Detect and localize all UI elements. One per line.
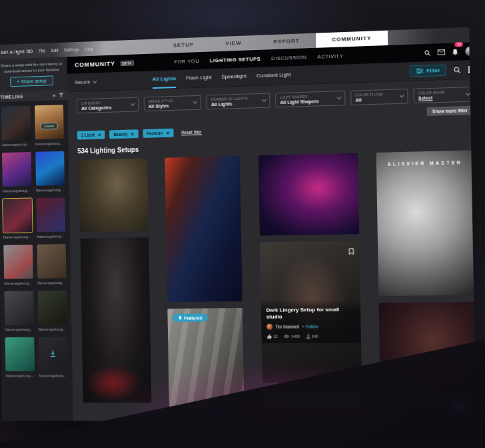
setup-card-master[interactable]: ELIXXIER MASTER (376, 150, 476, 296)
notifications-button[interactable]: 12 (452, 45, 458, 58)
thumb-image[interactable] (37, 291, 67, 325)
timeline-thumb[interactable]: Namensgebung... (5, 337, 35, 378)
timeline-thumb[interactable]: Namensgebung... (37, 244, 66, 285)
timeline-thumb[interactable]: Namensgebung... (38, 337, 68, 378)
filter-select-image-style[interactable]: IMAGE STYLEAll Styles (144, 95, 202, 111)
thumb-image[interactable] (4, 291, 33, 325)
menu-file[interactable]: File (39, 48, 45, 53)
timeline-thumb[interactable]: Namensgebung... (36, 198, 65, 239)
tab-constant-light[interactable]: Constant Light (256, 66, 291, 85)
grid-column: Dark Lingery Setup for small studio Tim … (258, 153, 362, 422)
timeline-thumb[interactable]: Namensgebung... (3, 245, 33, 285)
timeline-thumb[interactable]: Namensgebung... (4, 291, 33, 332)
thumb-image[interactable] (38, 337, 67, 371)
setup-card[interactable] (258, 153, 358, 236)
filter-select-number-of-lights[interactable]: NUMBER OF LIGHTSAll Lights (207, 93, 270, 110)
search-icon[interactable] (454, 66, 461, 73)
chevron-down-icon (131, 103, 135, 106)
tab-view[interactable]: VIEW (209, 35, 257, 52)
timeline-sidebar: Share a setup with the community or down… (0, 57, 73, 421)
filter-select-color-filter[interactable]: COLOR FILTERAll (350, 89, 408, 105)
timeline-thumb[interactable]: UploadNamensgebung... (35, 105, 64, 146)
filter-chip[interactable]: Fashion✕ (143, 129, 174, 138)
setup-card[interactable] (262, 389, 362, 422)
search-icon[interactable] (424, 49, 430, 55)
tab-export[interactable]: EXPORT (257, 33, 316, 50)
mail-icon[interactable] (438, 49, 446, 55)
timeline-thumbnails: Namensgebung... UploadNamensgebung... Na… (0, 100, 73, 421)
community-panel: COMMUNITY BETA FOR YOU LIGHTING SETUPS D… (67, 42, 476, 422)
tab-discussion[interactable]: DISCUSSION (271, 54, 306, 61)
chevron-down-icon (93, 81, 97, 83)
tab-for-you[interactable]: FOR YOU (175, 58, 200, 65)
thumb-image[interactable] (36, 198, 65, 233)
notification-count-badge: 12 (455, 42, 463, 47)
share-panel: Share a setup with the community or down… (0, 57, 67, 93)
chevron-down-icon (400, 95, 404, 97)
chat-fab-button[interactable] (449, 399, 466, 415)
close-icon[interactable]: ✕ (131, 131, 134, 137)
thumb-image[interactable] (35, 151, 65, 186)
setup-card[interactable] (165, 156, 242, 302)
download-icon[interactable] (50, 349, 56, 361)
bell-icon (452, 48, 458, 55)
share-panel-text: Share a setup with the community or down… (0, 61, 63, 74)
tab-activity[interactable]: ACTIVITY (317, 53, 343, 59)
filter-select-color-mood[interactable]: COLOR MOODSelect (413, 87, 474, 103)
views-stat: 1432 (284, 335, 300, 339)
bookmark-icon[interactable] (348, 245, 354, 257)
chevron-down-icon (337, 97, 341, 99)
tab-lighting-setups[interactable]: LIGHTING SETUPS (210, 55, 261, 63)
author-avatar[interactable] (266, 324, 272, 330)
download-icon (306, 334, 310, 339)
header-actions: 12 (424, 45, 475, 59)
close-icon[interactable]: ✕ (166, 130, 169, 135)
thumb-image[interactable] (1, 106, 31, 141)
filter-select-light-shaper[interactable]: LICHT SHAPERAll Light Shapers (275, 91, 345, 107)
share-setup-button[interactable]: + Share setup (10, 76, 54, 87)
filter-select-category[interactable]: CATEGORYAll Categories (77, 97, 139, 114)
filter-chip[interactable]: 1 Licht✕ (77, 131, 105, 140)
setup-card[interactable] (79, 158, 148, 232)
timeline-thumb[interactable]: Namensgebung... (2, 152, 31, 193)
star-icon[interactable]: ★ (52, 93, 56, 99)
setup-card[interactable] (80, 237, 151, 403)
thumb-image[interactable] (3, 199, 32, 233)
thumb-image[interactable] (5, 337, 35, 371)
filter-chip[interactable]: Beauty✕ (109, 129, 138, 139)
grid-column: ♛Featured (165, 156, 244, 421)
menu-settings[interactable]: Settings (64, 47, 79, 52)
tab-speedlight[interactable]: Speedlight (221, 68, 246, 87)
menubar: File Edit Settings Help (39, 46, 93, 53)
tab-flash-light[interactable]: Flash Light (186, 69, 212, 87)
beta-badge: BETA (120, 60, 134, 66)
timeline-thumb[interactable]: Namensgebung... (1, 106, 31, 147)
thumb-image[interactable] (3, 245, 33, 279)
chat-icon (454, 403, 462, 411)
filter-button[interactable]: Filter (410, 65, 446, 77)
grid-view-icon[interactable] (468, 66, 476, 73)
timeline-thumb[interactable]: Namensgebung... (35, 151, 65, 193)
reset-filter-link[interactable]: Reset filter (181, 130, 202, 135)
timeline-thumb[interactable]: Namensgebung... (37, 291, 67, 331)
close-icon[interactable]: ✕ (98, 132, 101, 137)
setup-card-featured[interactable]: ♛Featured (168, 308, 244, 407)
tab-all-lights[interactable]: All Lights (152, 70, 176, 89)
stats-row: 12 1432 100 (266, 333, 355, 339)
funnel-icon[interactable] (59, 93, 64, 98)
thumb-image[interactable] (2, 152, 31, 187)
avatar[interactable] (465, 46, 475, 56)
thumb-image[interactable] (37, 244, 66, 279)
sort-dropdown[interactable]: Neuste (75, 79, 97, 85)
thumb-image[interactable]: Upload (35, 105, 64, 139)
author-name[interactable]: Tim Maxwell (275, 325, 299, 329)
tab-setup[interactable]: SETUP (157, 37, 210, 54)
setup-card[interactable] (379, 302, 476, 398)
menu-help[interactable]: Help (85, 46, 93, 51)
timeline-toolbar: ★ (52, 93, 64, 98)
menu-edit[interactable]: Edit (51, 47, 59, 52)
follow-link[interactable]: + Follow (302, 324, 318, 329)
timeline-thumb-selected[interactable]: Namensgebung... (3, 199, 32, 239)
setup-card-lingerie[interactable]: Dark Lingery Setup for small studio Tim … (260, 241, 362, 383)
community-tabs: FOR YOU LIGHTING SETUPS DISCUSSION ACTIV… (175, 53, 344, 65)
